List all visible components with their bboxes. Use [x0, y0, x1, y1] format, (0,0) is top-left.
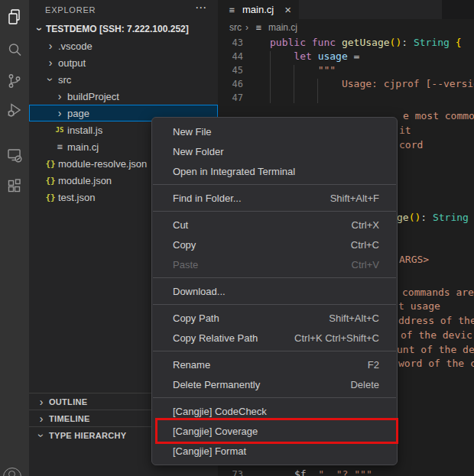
tree-item-output[interactable]: ›output: [29, 54, 218, 71]
menu-item-open-in-integrated-terminal[interactable]: Open in Integrated Terminal: [152, 161, 397, 181]
code-text: let usage =: [243, 50, 365, 63]
breadcrumb: src › ≡ main.cj: [218, 19, 474, 36]
tree-item-label: buildProject: [67, 91, 119, 102]
tree-item-label: main.cj: [67, 141, 99, 153]
json-file-icon: {}: [44, 176, 57, 186]
menu-item-label: Delete Permanently: [173, 379, 260, 390]
line-number: 44: [218, 50, 243, 63]
code-line: 44 let usage =: [218, 50, 474, 63]
code-token: cord: [399, 139, 423, 151]
chevron-down-icon: ›: [36, 429, 47, 442]
workspace-root-label: TESTDEMO [SSH: 7.222.100.252]: [46, 24, 189, 34]
code-token: [312, 50, 318, 62]
menu-item-download[interactable]: Download...: [152, 281, 397, 301]
search-icon[interactable]: [5, 40, 24, 59]
code-line: 47: [218, 91, 474, 105]
menu-item-label: New File: [173, 126, 212, 138]
code-token: ge: [397, 212, 409, 223]
menu-item-cangjie-codecheck[interactable]: [Cangjie] CodeCheck: [152, 401, 397, 421]
menu-item-copy-path[interactable]: Copy PathShift+Alt+C: [152, 308, 397, 328]
tree-item-src[interactable]: ›src: [29, 71, 218, 88]
tree-item-label: output: [58, 57, 86, 69]
cj-file-icon: ≡: [252, 22, 265, 33]
tree-item-label: .vscode: [58, 40, 93, 52]
activity-bar: [0, 0, 29, 476]
code-fragment: e most common: [403, 109, 474, 123]
panel-label: TYPE HIERARCHY: [49, 431, 126, 440]
panel-label: OUTLINE: [49, 397, 87, 406]
code-text: Usage: cjprof [--version: [243, 77, 474, 91]
code-fragment: of the devic: [401, 329, 472, 342]
code-token: of the devic: [401, 329, 472, 341]
code-token: [450, 37, 456, 48]
code-token: e most common: [403, 110, 474, 121]
json-file-icon: {}: [44, 193, 57, 202]
code-line: 43public func getUsage(): String {: [218, 36, 474, 50]
js-file-icon: JS: [54, 126, 66, 134]
account-icon[interactable]: [3, 468, 21, 476]
code-token: String: [414, 37, 450, 48]
menu-separator: [153, 397, 396, 398]
menu-separator: [153, 211, 396, 212]
close-icon[interactable]: ×: [284, 4, 291, 15]
more-actions-icon[interactable]: ⋯: [195, 1, 207, 15]
menu-item-label: [Cangjie] Format: [173, 445, 246, 457]
menu-item-rename[interactable]: RenameF2: [152, 355, 397, 374]
tab-bar: ≡ main.cj ×: [218, 0, 474, 19]
menu-item-new-folder[interactable]: New Folder: [152, 141, 397, 161]
menu-item-copy[interactable]: CopyCtrl+C: [152, 235, 397, 254]
run-and-debug-icon[interactable]: [5, 101, 24, 119]
code-token: [307, 468, 319, 476]
line-number: 43: [218, 36, 243, 50]
indent-guide: [270, 51, 271, 103]
breadcrumb-folder[interactable]: src: [229, 22, 242, 33]
remote-explorer-icon[interactable]: [5, 146, 24, 164]
menu-item-delete-permanently[interactable]: Delete PermanentlyDelete: [152, 374, 397, 394]
menu-item-label: Download...: [173, 286, 226, 297]
source-control-icon[interactable]: [5, 72, 24, 90]
menu-item-label: Copy Relative Path: [173, 332, 258, 344]
sidebar-title: EXPLORER: [29, 5, 96, 15]
menu-item-label: Copy: [173, 239, 196, 251]
code-token: """: [318, 64, 336, 76]
menu-item-cangjie-format[interactable]: [Cangjie] Format: [152, 441, 397, 461]
breadcrumb-file[interactable]: main.cj: [268, 22, 297, 33]
menu-item-label: Paste: [173, 259, 198, 270]
menu-item-new-file[interactable]: New File: [152, 121, 397, 141]
context-menu: New FileNew FolderOpen in Integrated Ter…: [151, 117, 398, 465]
code-fragment: it: [399, 124, 411, 138]
tab-main-cj[interactable]: ≡ main.cj ×: [218, 0, 299, 19]
indent-guide: [294, 65, 294, 103]
menu-separator: [153, 304, 396, 305]
explorer-icon[interactable]: [5, 8, 24, 26]
menu-item-shortcut: Delete: [350, 379, 379, 390]
code-text: $f ".."?.""": [294, 468, 372, 476]
code-fragment: unt of the de: [397, 343, 474, 357]
code-token: [270, 78, 342, 89]
tree-item-label: test.json: [58, 192, 95, 203]
menu-item-label: [Cangjie] Coverage: [173, 426, 258, 437]
menu-item-find-in-folder[interactable]: Find in Folder...Shift+Alt+F: [152, 188, 397, 208]
code-fragment: commands are: [402, 286, 474, 300]
tree-item-buildproject[interactable]: ›buildProject: [29, 88, 218, 105]
menu-item-label: Cut: [173, 219, 188, 231]
code-token: ddress of the: [398, 315, 474, 326]
code-text: """: [243, 63, 336, 77]
code-line: 45 """: [218, 63, 474, 77]
tree-item-label: page: [67, 108, 89, 119]
menu-item-copy-relative-path[interactable]: Copy Relative PathCtrl+K Ctrl+Shift+C: [152, 328, 397, 348]
menu-item-cangjie-coverage[interactable]: [Cangjie] Coverage: [152, 421, 397, 441]
chevron-down-icon: ›: [45, 73, 56, 86]
code-text: [243, 91, 270, 105]
menu-item-cut[interactable]: CutCtrl+X: [152, 215, 397, 235]
tree-item-label: src: [58, 74, 71, 86]
tree-item-vscode[interactable]: ›.vscode: [29, 37, 218, 54]
extensions-icon[interactable]: [5, 177, 24, 196]
menu-item-shortcut: F2: [368, 359, 379, 371]
workspace-root-row[interactable]: › TESTDEMO [SSH: 7.222.100.252]: [29, 21, 218, 37]
code-fragment: ddress of the: [398, 314, 474, 328]
menu-item-label: Open in Integrated Terminal: [173, 166, 295, 177]
code-token: usage: [318, 50, 348, 62]
menu-item-shortcut: Shift+Alt+F: [330, 193, 379, 204]
cj-file-icon: ≡: [226, 5, 238, 15]
